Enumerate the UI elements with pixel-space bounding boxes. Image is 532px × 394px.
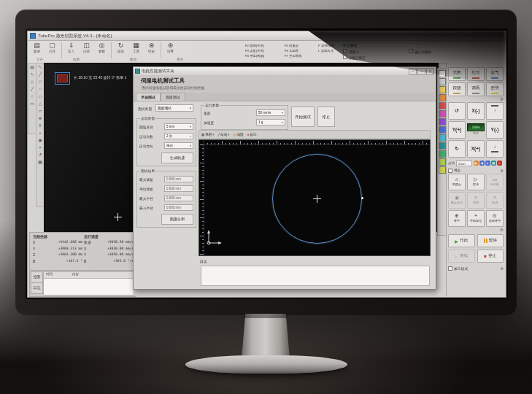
gear-icon[interactable]: ⊛ <box>500 266 504 271</box>
draw-tool-icon[interactable]: ◇ <box>39 93 42 100</box>
field-value[interactable]: 2 次▾ <box>164 133 193 139</box>
jog-preset-icon[interactable]: ▶ <box>474 161 479 166</box>
jog-x-minus-button[interactable]: X(-) <box>467 102 485 120</box>
field-value[interactable]: 0.000 mm <box>164 204 193 211</box>
tab-circularity[interactable]: 圆度测试 <box>161 93 185 101</box>
field-value[interactable]: 0.000 mm <box>164 176 193 182</box>
stop-test-button[interactable]: 停止 <box>317 107 335 127</box>
视图-tool-button[interactable]: ▦视图▾ <box>201 133 215 136</box>
jog-preset-icon[interactable]: × <box>497 161 502 166</box>
close-icon[interactable]: × <box>495 32 504 39</box>
selected-part[interactable] <box>55 72 70 85</box>
layer-color-swatch[interactable] <box>439 166 446 174</box>
find-edge-checkbox[interactable] <box>448 169 452 173</box>
回退-button[interactable]: «回退 <box>467 192 485 209</box>
draw-tool-icon[interactable]: ▤ <box>30 63 34 71</box>
layer-color-swatch[interactable] <box>439 150 446 158</box>
自动寻中-button[interactable]: ⊙自动寻中 <box>486 210 504 227</box>
test-plot-canvas[interactable] <box>198 139 431 256</box>
machining-mode-checkbox[interactable] <box>448 266 452 271</box>
draw-tool-icon[interactable]: △ <box>39 100 42 107</box>
draw-tool-icon[interactable]: + <box>39 129 42 136</box>
ribbon-button-3[interactable]: ◫排样 <box>79 42 94 53</box>
draw-tool-icon[interactable]: ╱ <box>31 85 34 93</box>
dialog-minimize-icon[interactable]: – <box>409 68 417 75</box>
gear-icon[interactable]: ⊛ <box>500 97 504 101</box>
ribbon-button-5[interactable]: ↻模拟 <box>113 42 128 53</box>
maximize-icon[interactable]: □ <box>485 32 493 39</box>
layer-color-swatch[interactable] <box>439 70 446 77</box>
dialog-close-icon[interactable]: × <box>426 68 434 75</box>
tab-single-axis[interactable]: 单轴测试 <box>136 93 161 101</box>
field-value[interactable]: 单向▾ <box>164 142 193 149</box>
寻中-button[interactable]: ⊕寻中 <box>448 210 466 227</box>
layer-color-swatch[interactable] <box>439 118 446 125</box>
dialog-maximize-icon[interactable]: □ <box>417 68 425 75</box>
draw-tool-icon[interactable]: ⊕ <box>38 115 42 122</box>
清除-tool-button[interactable]: ▧清除 <box>234 133 244 136</box>
draw-tool-icon[interactable]: ◇ <box>31 78 34 85</box>
draw-tool-icon[interactable]: ↖ <box>38 63 42 71</box>
ribbon-button-0[interactable]: ▤新建 <box>29 42 45 53</box>
follow-checkbox[interactable] <box>343 49 347 53</box>
z-up-button[interactable]: ↑ <box>486 102 504 120</box>
pause-button[interactable]: 暂停 <box>477 234 504 247</box>
draw-tool-icon[interactable]: □ <box>39 78 42 85</box>
draw-tool-icon[interactable]: ◉ <box>38 136 42 144</box>
field-value[interactable]: 0.000 mm <box>164 195 193 201</box>
draw-tool-icon[interactable]: ╱ <box>39 71 42 78</box>
照明-toggle-button[interactable]: 照明 <box>486 82 504 96</box>
draw-tool-icon[interactable]: ▭ <box>30 100 34 107</box>
layer-color-swatch[interactable] <box>439 94 446 101</box>
ribbon-button-1[interactable]: ▢打开 <box>45 42 60 53</box>
gear-icon[interactable]: ⊛ <box>500 228 504 232</box>
ribbon-button-7[interactable]: ⊗切割 <box>144 42 159 53</box>
layer-color-swatch[interactable] <box>439 142 446 150</box>
start-test-button[interactable]: 开始测试 <box>291 107 315 127</box>
绘制-tool-button[interactable]: ╱绘制▾ <box>218 133 230 136</box>
ribbon-button-6[interactable]: ▦工具 <box>128 42 144 53</box>
draw-tool-icon[interactable]: ○ <box>39 85 42 93</box>
jog-y-minus-button[interactable]: Y(-) <box>486 121 504 139</box>
ribbon-button-4[interactable]: ◎参数 <box>94 42 109 53</box>
layer-color-swatch[interactable] <box>439 86 446 93</box>
confirm-continue-checkbox[interactable] <box>409 49 413 53</box>
field-value[interactable]: 1 g▾ <box>256 119 285 125</box>
空走-button[interactable]: ▷空走 <box>467 174 485 190</box>
tab-alarm[interactable]: 报警 <box>31 271 43 283</box>
draw-tool-icon[interactable]: ↖ <box>30 71 34 78</box>
draw-tool-icon[interactable]: ▦ <box>38 158 42 166</box>
调高-toggle-button[interactable]: 调高 <box>467 82 485 96</box>
field-value[interactable]: 0.000 mm <box>164 185 193 192</box>
跟随-toggle-button[interactable]: 跟随 <box>448 82 466 96</box>
draw-tool-icon[interactable]: ○ <box>31 93 34 100</box>
回原点-button[interactable]: ⌂回原点 <box>448 174 466 190</box>
field-value[interactable]: 50 mm/s▾ <box>256 109 285 116</box>
generate-path-button[interactable]: 生成轨迹 <box>161 152 193 163</box>
ribbon-button-8[interactable]: ⊛设置 <box>163 42 178 53</box>
teach-lock-checkbox[interactable] <box>343 55 347 59</box>
jog-preset-icon[interactable]: ◀ <box>479 161 485 166</box>
tab-log[interactable]: 日志 <box>31 282 43 294</box>
jog-preset-icon[interactable]: ▦ <box>491 161 496 166</box>
start-button[interactable]: ▶开始 <box>448 234 475 247</box>
layer-color-swatch[interactable] <box>439 134 446 142</box>
draw-tool-icon[interactable]: ≡ <box>39 122 42 129</box>
jog-step-select[interactable]: 1mm <box>456 161 472 166</box>
dialog-log-box[interactable] <box>201 266 430 286</box>
minimize-icon[interactable]: – <box>474 32 483 39</box>
rotate-ccw-button[interactable]: ↺ <box>448 102 466 120</box>
断点定位-button[interactable]: ◉断点定位 <box>448 192 466 209</box>
光闸-toggle-button[interactable]: 光闸 <box>448 67 466 81</box>
gear-icon[interactable]: ⊛ <box>500 169 504 173</box>
走边框-button[interactable]: ▭走边框 <box>486 174 504 190</box>
field-value[interactable]: 5 mm▾ <box>164 123 193 130</box>
layer-color-swatch[interactable] <box>439 110 446 117</box>
rotate-cw-button[interactable]: ↻ <box>448 140 466 158</box>
jog-preset-icon[interactable]: ● <box>485 161 490 166</box>
draw-tool-icon[interactable]: ▱ <box>39 107 42 115</box>
draw-tool-icon[interactable]: × <box>39 144 42 151</box>
z-down-button[interactable]: ↓ <box>486 140 504 158</box>
resume-button[interactable]: ▷继续 <box>448 250 475 263</box>
layer-color-swatch[interactable] <box>439 126 446 134</box>
